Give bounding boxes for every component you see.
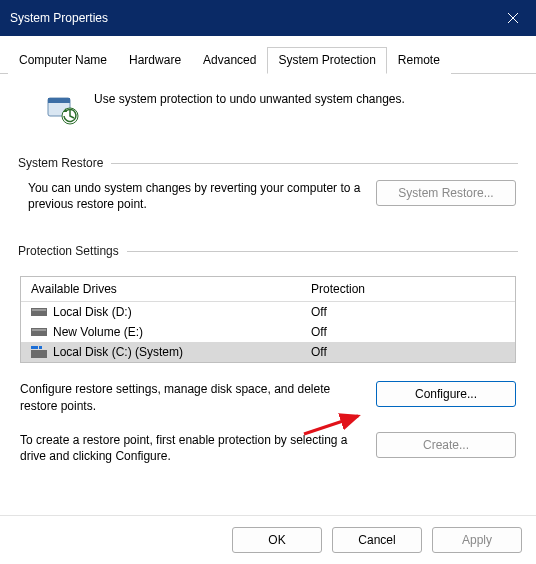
divider [111, 163, 518, 164]
drive-name: Local Disk (D:) [53, 305, 132, 319]
col-available-drives[interactable]: Available Drives [21, 277, 301, 301]
drive-name: New Volume (E:) [53, 325, 143, 339]
system-restore-desc: You can undo system changes by reverting… [28, 180, 364, 212]
drive-icon [31, 306, 47, 318]
tab-hardware[interactable]: Hardware [118, 47, 192, 74]
ok-button[interactable]: OK [232, 527, 322, 553]
drive-row[interactable]: Local Disk (D:)Off [21, 302, 515, 322]
drive-row[interactable]: New Volume (E:)Off [21, 322, 515, 342]
intro: Use system protection to undo unwanted s… [18, 86, 518, 142]
drive-icon [31, 346, 47, 358]
drive-row[interactable]: Local Disk (C:) (System)Off [21, 342, 515, 362]
col-protection[interactable]: Protection [301, 277, 515, 301]
create-desc: To create a restore point, first enable … [20, 432, 364, 464]
system-restore-legend: System Restore [18, 156, 103, 170]
shield-restore-icon [46, 92, 80, 126]
tab-system-protection[interactable]: System Protection [267, 47, 386, 74]
tab-remote[interactable]: Remote [387, 47, 451, 74]
system-properties-window: System Properties Computer NameHardwareA… [0, 0, 536, 564]
window-title: System Properties [10, 11, 108, 25]
svg-rect-3 [48, 98, 70, 103]
drive-protection: Off [311, 325, 327, 339]
tab-panel: Use system protection to undo unwanted s… [0, 74, 536, 480]
svg-rect-7 [32, 309, 46, 311]
drive-protection: Off [311, 305, 327, 319]
drive-name: Local Disk (C:) (System) [53, 345, 183, 359]
system-restore-button[interactable]: System Restore... [376, 180, 516, 206]
close-button[interactable] [490, 0, 536, 36]
svg-rect-12 [39, 346, 42, 349]
tab-advanced[interactable]: Advanced [192, 47, 267, 74]
cancel-button[interactable]: Cancel [332, 527, 422, 553]
divider [127, 251, 518, 252]
titlebar: System Properties [0, 0, 536, 36]
close-icon [507, 12, 519, 24]
configure-button[interactable]: Configure... [376, 381, 516, 407]
drive-protection: Off [311, 345, 327, 359]
dialog-footer: OK Cancel Apply [0, 515, 536, 564]
configure-desc: Configure restore settings, manage disk … [20, 381, 364, 413]
create-button[interactable]: Create... [376, 432, 516, 458]
tab-strip: Computer NameHardwareAdvancedSystem Prot… [0, 36, 536, 74]
protection-settings-legend: Protection Settings [18, 244, 119, 258]
drives-list: Available Drives Protection Local Disk (… [20, 276, 516, 363]
intro-text: Use system protection to undo unwanted s… [94, 92, 405, 106]
tab-computer-name[interactable]: Computer Name [8, 47, 118, 74]
svg-rect-9 [32, 329, 46, 331]
apply-button[interactable]: Apply [432, 527, 522, 553]
svg-rect-11 [31, 346, 38, 349]
drive-icon [31, 326, 47, 338]
drives-header: Available Drives Protection [21, 277, 515, 302]
svg-rect-10 [31, 350, 47, 358]
system-restore-group: System Restore You can undo system chang… [18, 156, 518, 218]
protection-settings-group: Protection Settings Available Drives Pro… [18, 244, 518, 470]
